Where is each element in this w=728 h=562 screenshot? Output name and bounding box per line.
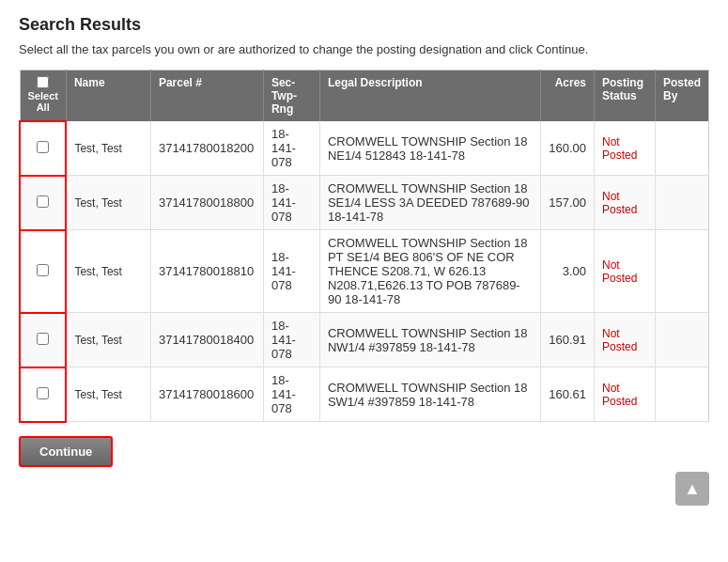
- row-name: Test, Test: [66, 313, 150, 367]
- row-acres: 160.61: [541, 367, 595, 422]
- posted-by-header: Posted By: [655, 70, 708, 122]
- select-all-label: Select All: [28, 90, 58, 113]
- name-header: Name: [66, 70, 150, 122]
- page-container: Search Results Select all the tax parcel…: [0, 0, 728, 562]
- row-sec-twp-rng: 18-141-078: [263, 176, 319, 230]
- row-checkbox-2[interactable]: [37, 264, 49, 276]
- page-title: Search Results: [19, 15, 709, 35]
- row-checkbox-cell[interactable]: [20, 121, 66, 176]
- row-posted-by: [655, 230, 708, 313]
- row-checkbox-cell[interactable]: [20, 313, 66, 367]
- continue-button[interactable]: Continue: [19, 436, 113, 467]
- row-sec-twp-rng: 18-141-078: [263, 313, 319, 367]
- row-checkbox-cell[interactable]: [20, 176, 66, 230]
- row-acres: 160.91: [541, 313, 595, 367]
- select-all-checkbox[interactable]: [37, 76, 49, 88]
- sec-twp-rng-header: Sec-Twp-Rng: [263, 70, 319, 122]
- row-acres: 160.00: [541, 121, 595, 176]
- row-legal: CROMWELL TOWNSHIP Section 18 PT SE1/4 BE…: [319, 230, 540, 313]
- select-all-header[interactable]: Select All: [20, 70, 66, 122]
- posting-status-header: Posting Status: [594, 70, 655, 122]
- row-posting-status: Not Posted: [594, 121, 655, 176]
- row-parcel: 37141780018200: [150, 121, 263, 176]
- row-checkbox-cell[interactable]: [20, 367, 66, 422]
- row-posting-status: Not Posted: [594, 176, 655, 230]
- scroll-top-button[interactable]: ▲: [675, 472, 709, 506]
- table-row: Test, Test3714178001840018-141-078CROMWE…: [20, 313, 709, 367]
- row-name: Test, Test: [66, 121, 150, 176]
- row-name: Test, Test: [66, 367, 150, 422]
- legal-header: Legal Description: [319, 70, 540, 122]
- row-posted-by: [655, 176, 708, 230]
- row-name: Test, Test: [66, 176, 150, 230]
- row-posted-by: [655, 121, 708, 176]
- row-legal: CROMWELL TOWNSHIP Section 18 SE1/4 LESS …: [319, 176, 540, 230]
- table-row: Test, Test3714178001860018-141-078CROMWE…: [20, 367, 709, 422]
- row-name: Test, Test: [66, 230, 150, 313]
- row-legal: CROMWELL TOWNSHIP Section 18 SW1/4 #3978…: [319, 367, 540, 422]
- row-acres: 3.00: [541, 230, 595, 313]
- row-posting-status: Not Posted: [594, 230, 655, 313]
- acres-header: Acres: [541, 70, 595, 122]
- row-sec-twp-rng: 18-141-078: [263, 230, 319, 313]
- row-legal: CROMWELL TOWNSHIP Section 18 NW1/4 #3978…: [319, 313, 540, 367]
- row-posted-by: [655, 367, 708, 422]
- row-legal: CROMWELL TOWNSHIP Section 18 NE1/4 51284…: [319, 121, 540, 176]
- row-checkbox-4[interactable]: [37, 387, 49, 399]
- parcel-header: Parcel #: [150, 70, 263, 122]
- table-row: Test, Test3714178001881018-141-078CROMWE…: [20, 230, 709, 313]
- instructions: Select all the tax parcels you own or ar…: [19, 42, 709, 56]
- row-parcel: 37141780018400: [150, 313, 263, 367]
- row-sec-twp-rng: 18-141-078: [263, 367, 319, 422]
- row-posted-by: [655, 313, 708, 367]
- row-checkbox-1[interactable]: [37, 195, 49, 208]
- row-checkbox-cell[interactable]: [20, 230, 66, 313]
- row-posting-status: Not Posted: [594, 313, 655, 367]
- row-sec-twp-rng: 18-141-078: [263, 121, 319, 176]
- row-posting-status: Not Posted: [594, 367, 655, 422]
- row-parcel: 37141780018800: [150, 176, 263, 230]
- row-parcel: 37141780018600: [150, 367, 263, 422]
- row-checkbox-0[interactable]: [37, 141, 49, 153]
- table-row: Test, Test3714178001820018-141-078CROMWE…: [20, 121, 709, 176]
- row-checkbox-3[interactable]: [37, 333, 49, 345]
- row-parcel: 37141780018810: [150, 230, 263, 313]
- table-row: Test, Test3714178001880018-141-078CROMWE…: [20, 176, 709, 230]
- row-acres: 157.00: [541, 176, 595, 230]
- results-table: Select All Name Parcel # Sec-Twp-Rng Leg…: [19, 70, 709, 423]
